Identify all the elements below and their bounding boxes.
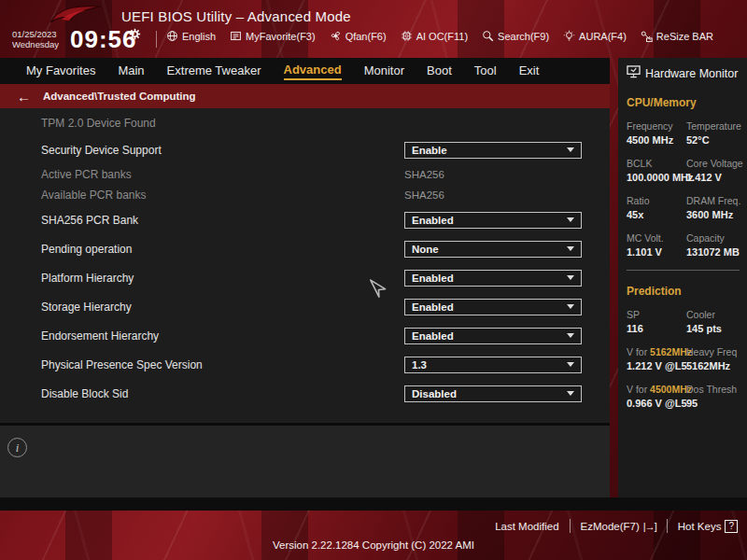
quick-action-aura-f4[interactable]: AURA(F4)	[563, 30, 627, 42]
setting-control: Enabled	[404, 270, 582, 287]
hw-stat-cooler: Cooler145 pts	[686, 309, 740, 334]
hw-stat-label: BCLK	[627, 158, 686, 169]
chevron-down-icon	[567, 362, 574, 367]
quick-action-label: AURA(F4)	[579, 31, 627, 42]
hw-stat-row: Frequency4500 MHzTemperature52°C	[627, 120, 740, 146]
hw-stat-label: Cooler	[686, 309, 740, 320]
hw-stat-bclk: BCLK100.0000 MHz	[627, 158, 686, 183]
back-arrow-icon[interactable]: ←	[17, 89, 31, 105]
setting-label: Security Device Support	[41, 144, 162, 157]
setting-value: SHA256	[404, 169, 444, 180]
ezmode-button[interactable]: EzMode(F7) |→]	[581, 521, 656, 532]
quick-action-search-f9[interactable]: Search(F9)	[482, 30, 549, 42]
quick-action-label: AI OC(F11)	[416, 31, 468, 42]
clock-display: 09:56	[70, 25, 137, 54]
setting-label: Storage Hierarchy	[41, 301, 132, 314]
version-text: Version 2.22.1284 Copyright (C) 2022 AMI	[0, 539, 747, 551]
help-panel: i	[0, 423, 610, 497]
tab-monitor[interactable]: Monitor	[364, 63, 404, 79]
setting-row-sha256-pcr-bank: SHA256 PCR BankEnabled	[41, 205, 582, 234]
dropdown-value: Enabled	[412, 215, 454, 226]
setting-label: Available PCR banks	[41, 189, 147, 202]
hw-stat-value: 145 pts	[686, 323, 740, 334]
quick-action-english[interactable]: English	[166, 30, 216, 42]
dropdown-platform-hierarchy[interactable]: Enabled	[404, 270, 582, 287]
dropdown-value: Enabled	[412, 301, 454, 313]
tab-my-favorites[interactable]: My Favorites	[26, 63, 95, 79]
quick-action-myfavorite-f3[interactable]: MyFavorite(F3)	[230, 30, 316, 42]
setting-label: Physical Presence Spec Version	[41, 358, 203, 371]
tab-extreme-tweaker[interactable]: Extreme Tweaker	[167, 63, 261, 79]
hardware-monitor-panel: Hardware Monitor CPU/MemoryFrequency4500…	[618, 58, 747, 497]
quick-action-resize-bar[interactable]: ReSize BAR	[641, 30, 713, 42]
dropdown-value: Enabled	[412, 330, 454, 342]
hw-stat-value: 5162MHz	[686, 360, 740, 371]
quick-action-label: Search(F9)	[498, 31, 549, 42]
tab-advanced[interactable]: Advanced	[284, 63, 342, 80]
dropdown-security-device-support[interactable]: Enable	[404, 142, 582, 159]
quick-action-qfan-f6[interactable]: Qfan(F6)	[330, 30, 387, 42]
window-title: UEFI BIOS Utility – Advanced Mode	[121, 8, 351, 24]
dropdown-storage-hierarchy[interactable]: Enabled	[404, 299, 582, 315]
dropdown-disable-block-sid[interactable]: Disabled	[404, 385, 582, 402]
chevron-down-icon	[567, 304, 574, 309]
tab-main[interactable]: Main	[118, 63, 144, 79]
header-quick-actions: EnglishMyFavorite(F3)Qfan(F6)AI OC(F11)S…	[166, 30, 713, 42]
chevron-down-icon	[567, 333, 574, 338]
setting-control: Disabled	[404, 385, 582, 402]
setting-control: Enabled	[404, 299, 582, 315]
dropdown-physical-presence-spec-version[interactable]: 1.3	[404, 357, 582, 373]
hw-stat-row: SP116Cooler145 pts	[627, 309, 740, 334]
question-mark-icon: ?	[725, 520, 738, 533]
setting-row-active-pcr-banks: Active PCR banksSHA256	[41, 164, 582, 185]
hw-stat-v-for-5162mhz: V for 5162MHz1.212 V @L5	[627, 346, 686, 371]
aura-icon	[563, 30, 575, 42]
tab-tool[interactable]: Tool	[474, 63, 497, 79]
breadcrumb-path: Advanced\Trusted Computing	[43, 91, 196, 102]
dropdown-pending-operation[interactable]: None	[404, 241, 582, 258]
hw-stat-label: Frequency	[627, 120, 686, 132]
setting-label: Disable Block Sid	[41, 387, 128, 400]
tab-exit[interactable]: Exit	[519, 63, 540, 79]
tab-boot[interactable]: Boot	[427, 63, 452, 79]
footer-links: Last Modified EzMode(F7) |→] Hot Keys ?	[495, 519, 738, 533]
footer-separator	[570, 519, 571, 533]
hw-stat-value: 3600 MHz	[686, 209, 740, 220]
myfavorite-icon	[230, 30, 242, 42]
sidebar-divider	[627, 270, 740, 271]
hw-stat-label: V for 5162MHz	[627, 346, 686, 357]
hw-stat-frequency: Frequency4500 MHz	[627, 120, 686, 146]
setting-row-platform-hierarchy: Platform HierarchyEnabled	[41, 263, 582, 292]
setting-label: SHA256 PCR Bank	[41, 214, 138, 227]
chevron-down-icon	[567, 246, 574, 251]
hw-stat-row: Ratio45xDRAM Freq.3600 MHz	[627, 195, 740, 220]
globe-icon	[166, 30, 178, 42]
setting-row-endorsement-hierarchy: Endorsement HierarchyEnabled	[41, 321, 582, 350]
weekday-text: Wednesday	[12, 39, 59, 49]
hw-stat-value: 131072 MB	[686, 246, 740, 258]
setting-control: Enable	[404, 142, 582, 159]
setting-row-disable-block-sid: Disable Block SidDisabled	[41, 379, 582, 408]
hw-stat-value: 100.0000 MHz	[627, 172, 686, 183]
hw-stat-label: Temperature	[686, 120, 740, 132]
last-modified-button[interactable]: Last Modified	[495, 521, 558, 532]
chevron-down-icon	[567, 391, 574, 396]
date-text: 01/25/2023	[12, 29, 59, 39]
setting-value: SHA256	[404, 189, 444, 201]
hw-stat-row: BCLK100.0000 MHzCore Voltage1.412 V	[627, 158, 740, 183]
quick-action-label: English	[182, 31, 216, 42]
setting-label: TPM 2.0 Device Found	[41, 117, 156, 130]
breadcrumb: ← Advanced\Trusted Computing	[0, 84, 610, 108]
hw-stat-v-for-4500mhz: V for 4500MHz0.966 V @L5	[627, 384, 686, 409]
hw-stat-label: MC Volt.	[627, 232, 686, 244]
hot-keys-button[interactable]: Hot Keys ?	[678, 520, 738, 533]
setting-label: Endorsement Hierarchy	[41, 329, 159, 343]
dropdown-sha256-pcr-bank[interactable]: Enabled	[404, 212, 582, 229]
quick-action-ai-oc-f11[interactable]: AI OC(F11)	[401, 30, 468, 42]
hw-stat-label: SP	[627, 309, 686, 320]
time-settings-gear-icon[interactable]	[129, 27, 141, 44]
dropdown-endorsement-hierarchy[interactable]: Enabled	[404, 328, 582, 344]
hw-stat-value: 1.101 V	[627, 246, 686, 258]
quick-action-label: MyFavorite(F3)	[246, 31, 316, 42]
monitor-icon	[627, 65, 641, 82]
